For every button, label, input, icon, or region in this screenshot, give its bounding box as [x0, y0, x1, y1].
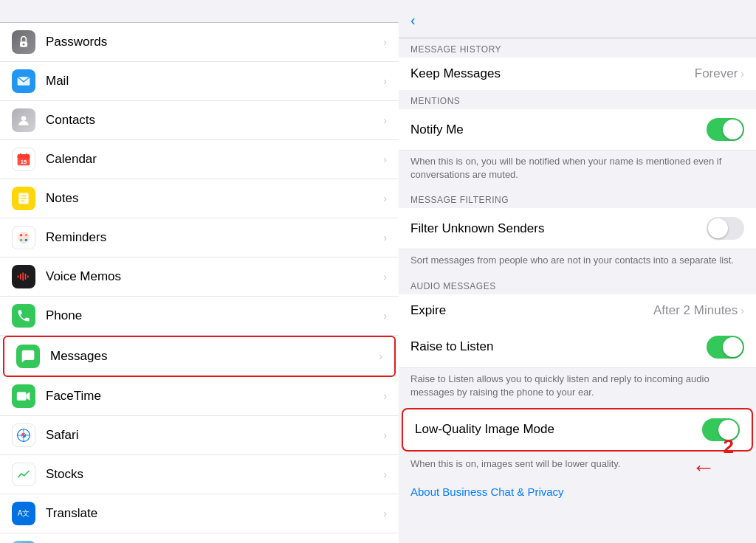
settings-list: Passwords›Mail›Contacts›15Calendar›Notes… — [0, 23, 399, 543]
sidebar-item-safari[interactable]: Safari› — [0, 416, 399, 455]
mail-icon — [12, 69, 35, 93]
passwords-chevron-icon: › — [383, 36, 387, 48]
sidebar-item-reminders[interactable]: Reminders› — [0, 218, 399, 257]
notes-chevron-icon: › — [383, 193, 387, 204]
svg-rect-22 — [27, 275, 29, 277]
setting-label-low-quality-image: Low-Quality Image Mode — [415, 422, 702, 437]
setting-row-notify-me[interactable]: Notify Me — [399, 109, 756, 151]
safari-chevron-icon: › — [383, 429, 387, 441]
messages-content: MESSAGE HISTORYKeep MessagesForever›MENT… — [399, 38, 756, 510]
section-header-message-history: MESSAGE HISTORY — [399, 38, 756, 58]
svg-text:A文: A文 — [18, 509, 30, 517]
about-business-chat-link[interactable]: About Business Chat & Privacy — [399, 478, 756, 510]
setting-label-expire: Expire — [410, 303, 653, 318]
sidebar-item-stocks[interactable]: Stocks› — [0, 455, 399, 494]
setting-row-keep-messages[interactable]: Keep MessagesForever› — [399, 58, 756, 90]
svg-point-14 — [20, 234, 22, 236]
svg-point-16 — [20, 239, 22, 241]
sidebar-item-translate[interactable]: A文Translate› — [0, 494, 399, 533]
section-header-message-filtering: MESSAGE FILTERING — [399, 189, 756, 208]
messages-label: Messages — [50, 349, 379, 364]
stocks-chevron-icon: › — [383, 468, 387, 480]
sidebar-item-maps[interactable]: Maps› — [0, 533, 399, 543]
sidebar-item-facetime[interactable]: FaceTime› — [0, 377, 399, 416]
setting-chevron-keep-messages: › — [740, 68, 744, 80]
sidebar-item-phone[interactable]: Phone› — [0, 297, 399, 336]
setting-label-notify-me: Notify Me — [410, 122, 707, 137]
messages-chevron-icon: › — [379, 350, 382, 362]
toggle-low-quality-image[interactable] — [702, 418, 740, 441]
setting-chevron-expire: › — [740, 305, 744, 317]
voicememos-label: Voice Memos — [46, 269, 383, 284]
back-chevron-icon: ‹ — [410, 12, 416, 29]
sidebar-item-messages[interactable]: Messages› — [3, 336, 396, 377]
setting-row-low-quality-image[interactable]: Low-Quality Image Mode — [402, 408, 753, 452]
setting-row-raise-to-listen[interactable]: Raise to Listen — [399, 327, 756, 368]
safari-label: Safari — [46, 428, 383, 443]
sidebar-item-passwords[interactable]: Passwords› — [0, 23, 399, 62]
setting-row-filter-unknown[interactable]: Filter Unknown Senders — [399, 208, 756, 249]
setting-label-keep-messages: Keep Messages — [410, 66, 695, 81]
translate-label: Translate — [46, 506, 383, 521]
sidebar-item-calendar[interactable]: 15Calendar› — [0, 140, 399, 179]
row-wrapper-notify-me: Notify MeWhen this is on, you will be no… — [399, 109, 756, 189]
svg-point-17 — [25, 239, 27, 241]
safari-icon — [12, 423, 35, 447]
toggle-notify-me[interactable] — [707, 118, 744, 141]
sidebar-item-mail[interactable]: Mail› — [0, 62, 399, 101]
setting-label-filter-unknown: Filter Unknown Senders — [410, 221, 707, 236]
toggle-raise-to-listen[interactable] — [707, 336, 744, 359]
messages-icon — [16, 345, 40, 368]
sidebar-item-voicememos[interactable]: Voice Memos› — [0, 257, 399, 297]
calendar-label: Calendar — [46, 152, 383, 167]
settings-title — [0, 0, 399, 23]
setting-row-expire[interactable]: ExpireAfter 2 Minutes› — [399, 294, 756, 327]
svg-rect-23 — [17, 392, 26, 401]
facetime-chevron-icon: › — [383, 390, 387, 402]
facetime-icon — [12, 384, 35, 408]
reminders-chevron-icon: › — [383, 232, 387, 243]
setting-value-keep-messages: Forever — [695, 66, 738, 81]
contacts-chevron-icon: › — [383, 114, 387, 126]
row-wrapper-raise-to-listen: Raise to ListenRaise to Listen allows yo… — [399, 327, 756, 407]
sidebar-item-notes[interactable]: Notes› — [0, 179, 399, 218]
stocks-icon — [12, 463, 35, 486]
calendar-chevron-icon: › — [383, 153, 387, 165]
sidebar-item-contacts[interactable]: Contacts› — [0, 101, 399, 140]
mail-chevron-icon: › — [383, 75, 387, 87]
svg-text:15: 15 — [21, 159, 27, 165]
svg-rect-20 — [22, 272, 24, 281]
contacts-icon — [12, 108, 35, 132]
setting-label-raise-to-listen: Raise to Listen — [410, 339, 707, 354]
setting-desc-notify-me: When this is on, you will be notified wh… — [399, 151, 756, 189]
phone-icon — [12, 304, 35, 328]
setting-desc-raise-to-listen: Raise to Listen allows you to quickly li… — [399, 368, 756, 407]
row-wrapper-filter-unknown: Filter Unknown SendersSort messages from… — [399, 208, 756, 274]
facetime-label: FaceTime — [46, 389, 383, 404]
svg-rect-18 — [18, 275, 19, 277]
calendar-icon: 15 — [12, 148, 35, 171]
notes-icon — [12, 187, 35, 210]
voicememos-icon — [12, 265, 35, 288]
setting-value-expire: After 2 Minutes — [653, 303, 738, 318]
section-header-mentions: MENTIONS — [399, 90, 756, 109]
stocks-label: Stocks — [46, 467, 383, 482]
contacts-label: Contacts — [46, 113, 383, 128]
messages-header: ‹ — [399, 0, 756, 38]
annotation-2-label: 2 — [724, 435, 734, 458]
svg-point-1 — [23, 44, 25, 46]
passwords-icon — [12, 30, 35, 54]
back-button[interactable]: ‹ — [410, 12, 417, 29]
reminders-icon — [12, 226, 35, 249]
section-header-audio-messages: AUDIO MESSAGES — [399, 275, 756, 294]
toggle-knob-raise-to-listen — [723, 337, 743, 357]
row-wrapper-expire: ExpireAfter 2 Minutes› — [399, 294, 756, 327]
svg-point-13 — [18, 232, 30, 243]
toggle-knob-notify-me — [723, 120, 743, 139]
setting-desc-filter-unknown: Sort messages from people who are not in… — [399, 249, 756, 274]
toggle-filter-unknown[interactable] — [707, 217, 744, 240]
translate-icon: A文 — [12, 502, 35, 525]
toggle-knob-filter-unknown — [708, 218, 728, 238]
svg-rect-21 — [25, 274, 27, 280]
voicememos-chevron-icon: › — [383, 271, 387, 283]
